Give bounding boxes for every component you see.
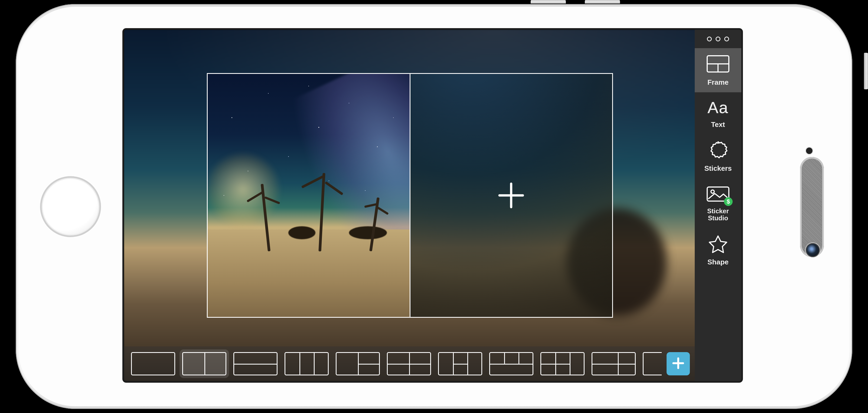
tool-shape-label: Shape: [708, 258, 728, 266]
phone-front-camera: [806, 243, 820, 257]
canvas-area[interactable]: [124, 30, 695, 381]
plus-icon: [672, 356, 685, 371]
tool-text-label: Text: [711, 121, 725, 129]
collage-cell-1[interactable]: [208, 74, 410, 317]
layout-2x2[interactable]: [387, 352, 431, 375]
add-layout-button[interactable]: [666, 352, 690, 375]
layout-top-3bottom[interactable]: [489, 352, 533, 375]
collage-frame[interactable]: [207, 73, 613, 318]
phone-speaker: [800, 157, 824, 257]
paid-badge-icon: $: [724, 197, 733, 206]
layout-2v[interactable]: [182, 352, 226, 375]
phone-sensor: [805, 147, 813, 155]
stickers-icon: [706, 140, 731, 161]
layout-more-peek[interactable]: [643, 352, 662, 375]
svg-point-8: [711, 190, 714, 193]
layout-2x2-shifted[interactable]: [592, 352, 636, 375]
collage-cell-1-image: [208, 74, 410, 317]
more-dots-icon: [707, 36, 712, 41]
phone-volume-down-button: [585, 0, 620, 4]
layout-3v[interactable]: [284, 352, 329, 375]
layout-2h[interactable]: [234, 352, 278, 375]
app-root: Frame Aa Text Stickers: [124, 30, 741, 381]
add-photo-icon[interactable]: [495, 179, 527, 212]
collage-cell-2-empty[interactable]: [410, 74, 613, 317]
tool-shape[interactable]: Shape: [695, 228, 741, 272]
layout-3cols-top[interactable]: [438, 352, 482, 375]
phone-power-button: [864, 53, 868, 89]
sticker-studio-icon: $: [706, 184, 731, 204]
more-menu-button[interactable]: [695, 30, 741, 48]
tool-frame-label: Frame: [708, 78, 728, 86]
tool-sticker-studio-label: Sticker Studio: [707, 208, 729, 222]
text-icon: Aa: [708, 98, 728, 117]
layout-tray[interactable]: [124, 346, 695, 381]
layout-3v-middle-split[interactable]: [540, 352, 585, 375]
tool-frame[interactable]: Frame: [695, 48, 741, 92]
tool-sticker-studio[interactable]: $ Sticker Studio: [695, 178, 741, 228]
frame-icon: [706, 54, 731, 75]
phone-home-button: [40, 176, 101, 237]
layout-1x1[interactable]: [131, 352, 175, 375]
layout-1v-2h[interactable]: [336, 352, 380, 375]
app-screen: Frame Aa Text Stickers: [124, 30, 741, 381]
phone-frame: Frame Aa Text Stickers: [16, 4, 852, 409]
tool-text[interactable]: Aa Text: [695, 92, 741, 134]
tool-stickers[interactable]: Stickers: [695, 134, 741, 178]
phone-volume-up-button: [531, 0, 566, 4]
shape-icon: [706, 234, 731, 254]
tool-sidebar: Frame Aa Text Stickers: [695, 30, 741, 381]
tool-stickers-label: Stickers: [704, 164, 732, 172]
